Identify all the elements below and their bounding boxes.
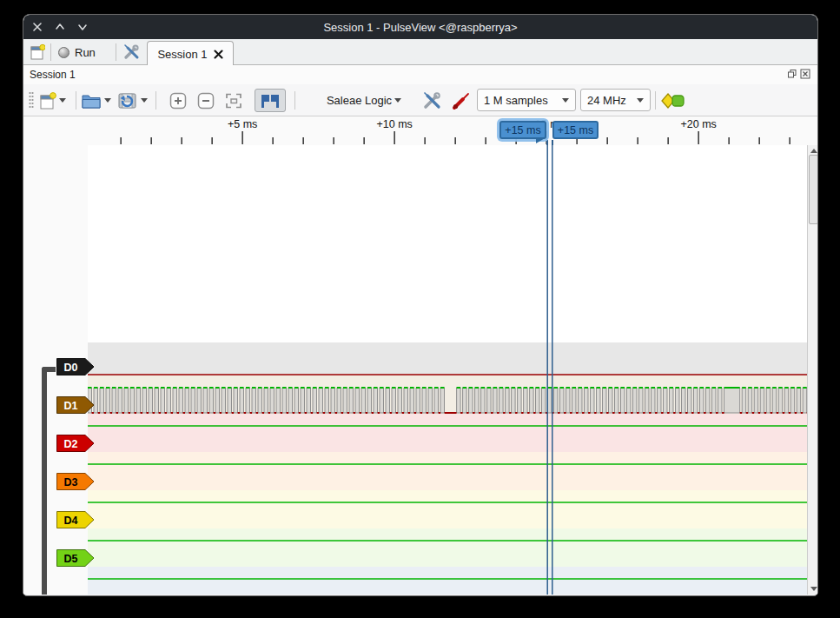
vertical-scrollbar[interactable] — [807, 145, 818, 595]
run-button[interactable]: Run — [58, 43, 96, 62]
probe-icon — [451, 90, 472, 111]
new-view-button[interactable] — [39, 89, 66, 112]
zoom-fit-icon — [224, 91, 243, 110]
zoom-out-button[interactable] — [194, 89, 218, 112]
chevron-down-icon[interactable] — [59, 98, 66, 103]
zoom-in-icon — [169, 91, 188, 110]
separator — [76, 91, 76, 110]
trace-area: D0D1D2D3D4D5 — [23, 145, 818, 595]
sample-count-select[interactable]: 1 M samples — [477, 89, 576, 111]
show-cursors-toggle[interactable] — [255, 89, 286, 112]
ruler-tick-label: +5 ms — [228, 118, 257, 130]
cursor-flag-first-label: +15 ms — [505, 124, 540, 136]
settings-button[interactable] — [122, 43, 142, 62]
run-button-label: Run — [75, 46, 96, 59]
cursor-flag-first[interactable]: +15 ms — [499, 121, 546, 139]
channel-label-D5[interactable]: D5 — [56, 549, 95, 567]
window-title: Session 1 - PulseView <@raspberrya> — [23, 21, 817, 34]
new-session-icon — [30, 43, 45, 61]
wrench-screwdriver-icon — [122, 43, 142, 61]
tab-label: Session 1 — [157, 48, 207, 61]
device-name: Saleae Logic — [327, 94, 392, 107]
separator — [116, 43, 116, 61]
svg-text:D2: D2 — [64, 437, 78, 449]
titlebar: Session 1 - PulseView <@raspberrya> — [23, 15, 817, 39]
new-session-button[interactable] — [30, 43, 45, 62]
separator — [50, 43, 51, 61]
ruler-ticks: +5 ms+10 ms+15 ms+20 ms — [88, 116, 807, 145]
svg-text:D0: D0 — [64, 361, 78, 373]
dock-close-icon[interactable] — [800, 69, 810, 79]
tab-close-icon[interactable] — [214, 50, 223, 59]
window-minimize-button[interactable] — [76, 20, 89, 34]
trigger-icon — [661, 92, 685, 110]
save-file-button[interactable] — [117, 89, 148, 112]
window-maximize-button[interactable] — [53, 20, 67, 34]
separator — [655, 91, 656, 110]
main-toolbar: Saleae Logic 1 M samples 24 MHz — [23, 84, 817, 116]
sample-rate-value: 24 MHz — [587, 94, 634, 107]
chevron-down-icon — [562, 98, 569, 103]
chevron-down-icon — [394, 98, 401, 103]
separator — [294, 91, 295, 110]
session-tab-bar: Run Session 1 — [23, 39, 817, 65]
pulseview-window: Session 1 - PulseView <@raspberrya> Run — [23, 14, 818, 596]
channel-label-D1[interactable]: D1 — [56, 396, 95, 414]
wrench-screwdriver-icon — [422, 91, 443, 110]
chevron-down-icon — [637, 98, 644, 103]
separator — [155, 91, 156, 110]
scroll-down-button[interactable] — [808, 583, 818, 595]
zoom-out-icon — [196, 91, 215, 110]
svg-text:D5: D5 — [64, 552, 78, 564]
desktop: Session 1 - PulseView <@raspberrya> Run — [0, 0, 840, 618]
open-file-button[interactable] — [81, 89, 111, 112]
channel-label-D0[interactable]: D0 — [56, 358, 95, 375]
ruler-tick-label: +20 ms — [680, 118, 716, 130]
trace-view[interactable] — [88, 145, 807, 595]
toolbar-drag-handle[interactable] — [29, 91, 34, 110]
zoom-in-button[interactable] — [166, 89, 190, 112]
dock-float-icon[interactable] — [787, 69, 797, 79]
zoom-fit-button[interactable] — [222, 89, 246, 112]
sample-rate-select[interactable]: 24 MHz — [580, 89, 651, 111]
dock-header: Session 1 — [23, 65, 817, 84]
channel-label-D4[interactable]: D4 — [56, 511, 95, 528]
channel-label-D3[interactable]: D3 — [56, 473, 95, 490]
time-ruler: +5 ms+10 ms+15 ms+20 ms +15 ms +15 ms — [23, 116, 817, 145]
chevron-down-icon[interactable] — [141, 98, 148, 103]
tab-session-1[interactable]: Session 1 — [147, 41, 234, 66]
dock-title: Session 1 — [30, 69, 76, 81]
trace-canvas — [88, 145, 807, 595]
signal-D1-wave — [88, 388, 807, 413]
cursor-flag-second[interactable]: +15 ms — [552, 121, 599, 139]
device-selector[interactable]: Saleae Logic — [310, 89, 418, 112]
chevron-down-icon[interactable] — [104, 98, 111, 103]
window-close-button[interactable] — [30, 20, 44, 34]
channel-label-D2[interactable]: D2 — [56, 435, 95, 452]
scrollbar-thumb[interactable] — [809, 155, 818, 224]
run-state-icon — [58, 47, 69, 58]
svg-text:D3: D3 — [64, 475, 78, 488]
cursors-icon — [259, 92, 281, 110]
channels-button[interactable] — [449, 89, 473, 112]
ruler-tick-label: +10 ms — [376, 118, 412, 130]
trace-group-handle[interactable] — [42, 367, 47, 595]
sample-count-value: 1 M samples — [484, 94, 559, 107]
configure-device-button[interactable] — [420, 89, 446, 112]
open-folder-icon — [81, 92, 102, 110]
svg-text:D1: D1 — [64, 399, 78, 411]
trigger-settings-button[interactable] — [660, 89, 686, 112]
svg-text:D4: D4 — [64, 514, 78, 526]
save-icon — [117, 91, 138, 110]
new-view-icon — [39, 91, 56, 110]
cursor-flag-second-label: +15 ms — [558, 124, 593, 136]
